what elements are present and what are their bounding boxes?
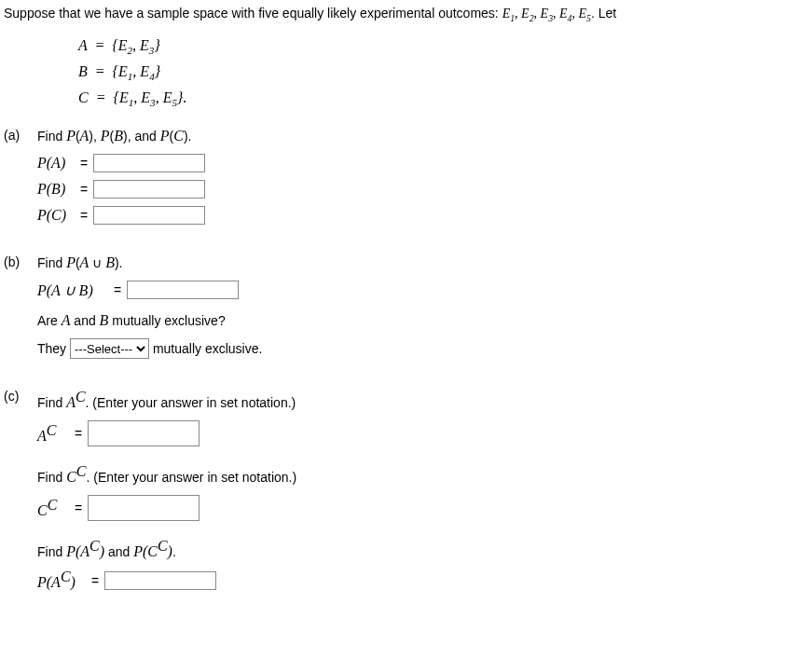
set-B-lhs: B <box>78 63 88 79</box>
equals-sign: = <box>80 156 88 171</box>
label-PAc: P(AC) <box>37 569 86 591</box>
part-c-prompt2: Find CC. (Enter your answer in set notat… <box>37 463 812 486</box>
equals-sign: = <box>80 182 88 197</box>
part-c-marker: (c) <box>4 389 37 404</box>
label-PA: P(A) <box>37 155 75 171</box>
part-b-marker: (b) <box>4 254 37 269</box>
part-c: (c) Find AC. (Enter your answer in set n… <box>4 389 812 598</box>
equals-sign: = <box>75 500 82 515</box>
set-A-lhs: A <box>78 37 87 53</box>
label-PAuB: P(A ∪ B) <box>37 281 108 299</box>
input-Ac[interactable] <box>88 420 200 446</box>
part-a: (a) Find P(A), P(B), and P(C). P(A) = P(… <box>4 128 812 232</box>
part-c-prompt3: Find P(AC) and P(CC). <box>37 538 812 560</box>
equals-sign: = <box>75 426 82 441</box>
intro-outcomes: E1, E2, E3, E4, E5 <box>502 7 591 21</box>
input-PA[interactable] <box>93 154 205 172</box>
part-b-prompt2: Are A and B mutually exclusive? <box>37 312 812 329</box>
input-PAuB[interactable] <box>127 281 239 299</box>
label-PC: P(C) <box>37 207 75 224</box>
intro-prefix: Suppose that we have a sample space with… <box>4 6 502 21</box>
equals-sign: = <box>114 282 121 297</box>
equals-sign: = <box>91 573 99 588</box>
label-Ac: AC <box>37 422 69 445</box>
part-a-marker: (a) <box>4 128 37 143</box>
after-select-text: mutually exclusive. <box>153 341 263 356</box>
label-Cc: CC <box>37 497 69 519</box>
part-b-prompt1: Find P(A ∪ B). <box>37 254 812 271</box>
equals-sign: = <box>80 208 88 223</box>
part-a-prompt: Find P(A), P(B), and P(C). <box>37 128 812 144</box>
input-PC[interactable] <box>93 206 205 225</box>
they-text: They <box>37 341 66 356</box>
part-b: (b) Find P(A ∪ B). P(A ∪ B) = Are A and … <box>4 254 812 366</box>
select-mutually-exclusive[interactable]: ---Select--- <box>70 338 149 359</box>
set-definitions: A = {E2, E3} B = {E1, E4} C = {E1, E3, E… <box>78 34 812 111</box>
set-C-lhs: C <box>78 89 89 105</box>
intro-suffix: . Let <box>591 6 616 21</box>
label-PB: P(B) <box>37 181 75 198</box>
input-Cc[interactable] <box>88 495 200 521</box>
problem-intro: Suppose that we have a sample space with… <box>4 4 812 25</box>
part-c-prompt1: Find AC. (Enter your answer in set notat… <box>37 389 812 411</box>
input-PAc[interactable] <box>104 571 216 590</box>
input-PB[interactable] <box>93 180 205 199</box>
